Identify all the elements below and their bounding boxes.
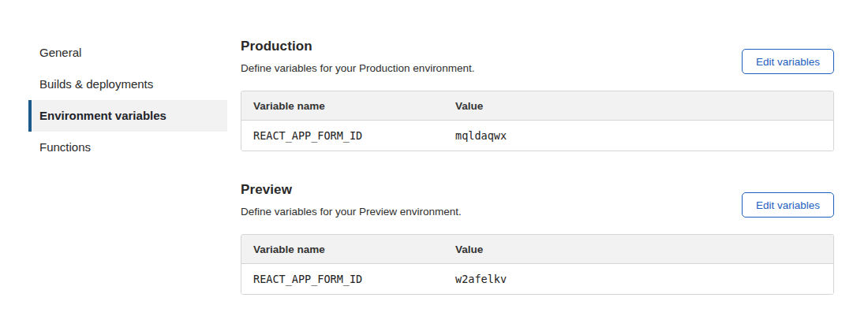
edit-variables-button-production[interactable]: Edit variables	[742, 49, 834, 74]
table-row: REACT_APP_FORM_ID mqldaqwx	[241, 121, 833, 151]
sidebar-item-builds-deployments[interactable]: Builds & deployments	[28, 69, 227, 100]
variable-name-cell: REACT_APP_FORM_ID	[241, 264, 443, 295]
preview-section: Preview Define variables for your Previe…	[241, 182, 834, 295]
preview-section-header: Preview Define variables for your Previe…	[241, 182, 834, 218]
variable-value-cell: mqldaqwx	[443, 121, 833, 151]
preview-section-description: Define variables for your Preview enviro…	[241, 206, 462, 218]
column-header-variable-name: Variable name	[241, 91, 443, 121]
preview-variables-table: Variable name Value REACT_APP_FORM_ID w2…	[241, 234, 834, 295]
sidebar-item-environment-variables[interactable]: Environment variables	[28, 100, 227, 132]
environment-variables-settings-page: General Builds & deployments Environment…	[0, 0, 868, 331]
production-variables-table: Variable name Value REACT_APP_FORM_ID mq…	[241, 91, 834, 151]
production-section: Production Define variables for your Pro…	[241, 0, 834, 151]
table-header-row: Variable name Value	[241, 91, 833, 121]
production-section-description: Define variables for your Production env…	[241, 62, 474, 74]
preview-section-title: Preview	[241, 182, 462, 198]
variable-value-cell: w2afelkv	[443, 264, 833, 295]
settings-sidebar: General Builds & deployments Environment…	[28, 37, 227, 163]
column-header-value: Value	[443, 235, 833, 264]
column-header-variable-name: Variable name	[241, 235, 443, 264]
production-section-header: Production Define variables for your Pro…	[241, 39, 834, 74]
sidebar-item-functions[interactable]: Functions	[28, 132, 227, 163]
edit-variables-button-preview[interactable]: Edit variables	[742, 192, 834, 218]
table-row: REACT_APP_FORM_ID w2afelkv	[241, 264, 833, 295]
sidebar-item-general[interactable]: General	[28, 37, 227, 69]
variable-name-cell: REACT_APP_FORM_ID	[241, 121, 443, 151]
table-header-row: Variable name Value	[241, 235, 833, 264]
settings-content: Production Define variables for your Pro…	[241, 0, 834, 295]
production-section-title: Production	[241, 39, 474, 54]
column-header-value: Value	[443, 91, 833, 121]
